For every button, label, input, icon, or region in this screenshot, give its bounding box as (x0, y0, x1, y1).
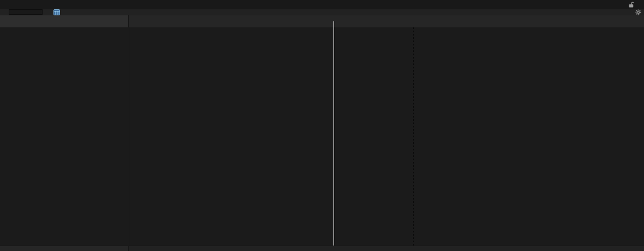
playhead-line[interactable] (333, 21, 334, 246)
gear-icon[interactable] (635, 9, 641, 15)
track-toolbar (0, 15, 129, 27)
tab-bar (0, 0, 644, 9)
window-controls (625, 0, 644, 9)
range-end-dashed-line (413, 27, 414, 246)
current-time-field[interactable] (9, 9, 43, 15)
timeline-asset-icon (53, 9, 60, 15)
toolbar-and-ruler-row (0, 15, 644, 27)
horizontal-scrollbar-track[interactable] (0, 246, 644, 251)
timeline-window (0, 0, 644, 251)
track-header-panel (0, 27, 129, 246)
time-ruler[interactable] (129, 15, 644, 27)
transport-bar (0, 9, 644, 15)
track-lane-panel (129, 27, 644, 246)
breadcrumb[interactable] (53, 9, 67, 15)
unlock-icon[interactable] (629, 2, 634, 8)
timeline-body (0, 27, 644, 246)
bottom-left-corner (0, 246, 129, 251)
